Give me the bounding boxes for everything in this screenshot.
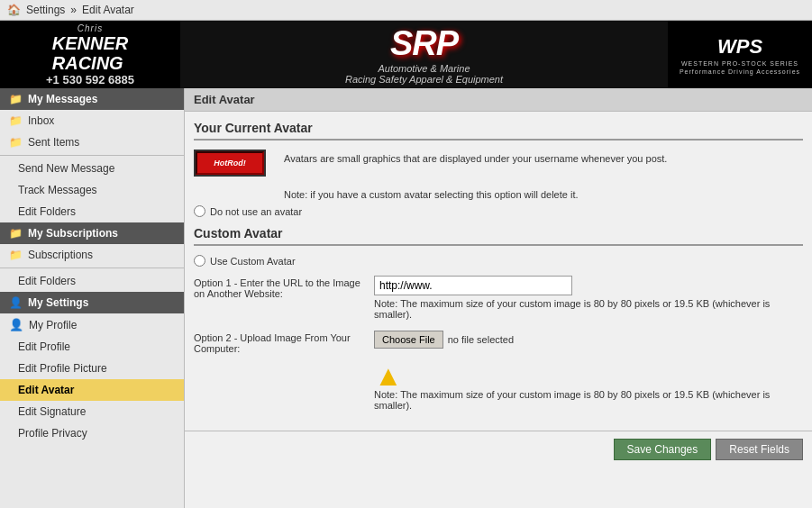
- home-icon[interactable]: 🏠: [7, 4, 21, 16]
- sidebar-item-edit-folders-subs[interactable]: Edit Folders: [0, 270, 184, 292]
- breadcrumb-separator: »: [70, 4, 77, 16]
- option2-row: Option 2 - Upload Image From Your Comput…: [194, 331, 803, 411]
- folder-icon-subs: 📁: [9, 227, 23, 240]
- kenner-phone: +1 530 592 6885: [46, 73, 134, 86]
- sidebar-item-edit-profile-picture[interactable]: Edit Profile Picture: [0, 358, 184, 379]
- wps-banner-right: WPS WESTERN PRO-STOCK SERIES Performance…: [668, 21, 812, 88]
- wps-tagline: Performance Driving Accessories: [680, 68, 800, 75]
- sidebar-item-edit-profile[interactable]: Edit Profile: [0, 336, 184, 358]
- srp-banner-center: SRP Automotive & Marine Racing Safety Ap…: [180, 21, 668, 88]
- option2-note: ▲ Note: The maximum size of your custom …: [374, 351, 803, 411]
- reset-fields-button[interactable]: Reset Fields: [716, 439, 803, 460]
- no-file-text: no file selected: [448, 334, 514, 345]
- choose-file-button[interactable]: Choose File: [374, 331, 443, 349]
- sidebar-item-inbox[interactable]: 📁 Inbox: [0, 110, 184, 132]
- sidebar-item-edit-avatar[interactable]: Edit Avatar: [0, 379, 184, 401]
- option2-label: Option 2 - Upload Image From Your Comput…: [194, 331, 374, 411]
- sidebar-item-edit-folders-messages[interactable]: Edit Folders: [0, 201, 184, 222]
- avatar-thumbnail: HotRod!: [194, 150, 266, 177]
- srp-logo: SRP: [390, 24, 458, 63]
- option2-content: Choose File no file selected ▲ Note: The…: [374, 331, 803, 411]
- use-custom-label: Use Custom Avatar: [210, 256, 296, 267]
- sidebar: 📁 My Messages 📁 Inbox 📁 Sent Items Send …: [0, 88, 185, 508]
- your-current-avatar-title: Your Current Avatar: [194, 121, 803, 141]
- no-avatar-row: Do not use an avatar: [194, 205, 803, 217]
- option1-content: Note: The maximum size of your custom im…: [374, 276, 803, 320]
- breadcrumb-settings[interactable]: Settings: [26, 4, 65, 16]
- avatar-description: Avatars are small graphics that are disp…: [284, 150, 667, 182]
- kenner-banner-left: Chris KENNERRACING +1 530 592 6885: [0, 21, 180, 88]
- folder-icon-sent: 📁: [9, 136, 23, 149]
- custom-avatar-section: Custom Avatar Use Custom Avatar Option 1…: [194, 226, 803, 411]
- my-subscriptions-header: 📁 My Subscriptions: [0, 222, 184, 244]
- avatar-thumb-text: HotRod!: [214, 159, 246, 168]
- sidebar-item-subscriptions[interactable]: 📁 Subscriptions: [0, 244, 184, 266]
- my-messages-header: 📁 My Messages: [0, 88, 184, 110]
- settings-icon: 👤: [9, 296, 23, 309]
- wps-sub: WESTERN PRO-STOCK SERIES: [681, 60, 798, 67]
- arrow-indicator: ▲: [374, 359, 403, 393]
- sidebar-item-profile-privacy[interactable]: Profile Privacy: [0, 422, 184, 444]
- option1-label: Option 1 - Enter the URL to the Image on…: [194, 276, 374, 320]
- save-changes-button[interactable]: Save Changes: [614, 439, 712, 460]
- banner: Chris KENNERRACING +1 530 592 6885 SRP A…: [0, 21, 812, 88]
- footer-buttons: Save Changes Reset Fields: [185, 431, 812, 467]
- sidebar-item-send-new-message[interactable]: Send New Message: [0, 158, 184, 179]
- srp-sub1: Automotive & Marine: [378, 63, 470, 74]
- my-settings-header: 👤 My Settings: [0, 292, 184, 313]
- custom-avatar-title: Custom Avatar: [194, 226, 803, 246]
- breadcrumb-current: Edit Avatar: [82, 4, 134, 16]
- sidebar-item-track-messages[interactable]: Track Messages: [0, 179, 184, 201]
- option1-row: Option 1 - Enter the URL to the Image on…: [194, 276, 803, 320]
- content-area: Edit Avatar Your Current Avatar HotRod! …: [185, 88, 812, 508]
- file-upload-row: Choose File no file selected: [374, 331, 803, 349]
- avatar-note: Note: if you have a custom avatar select…: [284, 189, 579, 200]
- folder-icon-messages: 📁: [9, 93, 23, 105]
- sidebar-item-my-profile[interactable]: 👤 My Profile: [0, 313, 184, 336]
- srp-sub2: Racing Safety Apparel & Equipment: [345, 74, 503, 85]
- kenner-racing-logo: KENNERRACING: [52, 33, 128, 73]
- sidebar-item-edit-signature[interactable]: Edit Signature: [0, 401, 184, 422]
- kenner-pre: Chris: [78, 23, 103, 33]
- wps-logo: WPS: [717, 35, 762, 59]
- content-header: Edit Avatar: [185, 88, 812, 112]
- profile-icon: 👤: [9, 318, 23, 331]
- use-custom-radio[interactable]: [194, 255, 205, 267]
- folder-icon-subscriptions: 📁: [9, 249, 23, 261]
- breadcrumb-bar: 🏠 Settings » Edit Avatar: [0, 0, 812, 21]
- sidebar-item-sent[interactable]: 📁 Sent Items: [0, 132, 184, 153]
- url-input[interactable]: [374, 276, 572, 295]
- no-avatar-label: Do not use an avatar: [210, 206, 302, 217]
- option1-note: Note: The maximum size of your custom im…: [374, 298, 803, 320]
- no-avatar-radio[interactable]: [194, 205, 205, 217]
- folder-icon-inbox: 📁: [9, 114, 23, 127]
